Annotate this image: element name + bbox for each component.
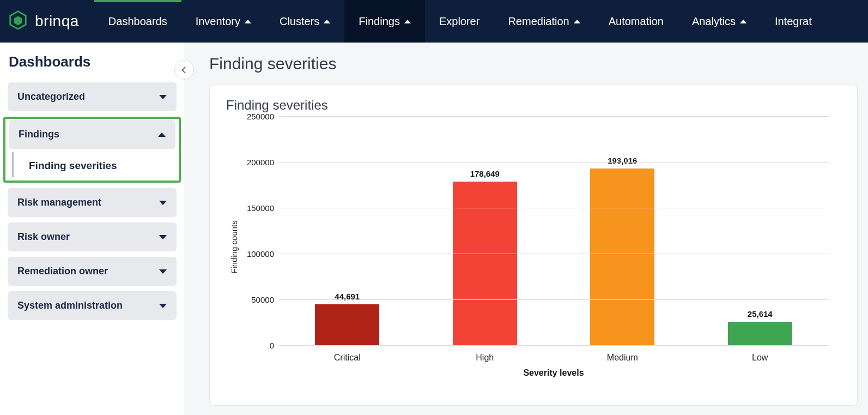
chevron-up-icon <box>404 20 411 23</box>
svg-marker-1 <box>14 16 22 25</box>
sidebar: Dashboards UncategorizedFindingsFinding … <box>0 43 184 415</box>
main-content: Finding severities Finding severities Fi… <box>184 43 868 415</box>
chart-card: Finding severities Finding counts 44,691… <box>209 84 858 406</box>
chart-gridline <box>278 162 829 163</box>
top-nav: brinqa DashboardsInventoryClustersFindin… <box>0 0 868 43</box>
nav-item-automation[interactable]: Automation <box>594 0 678 43</box>
chevron-down-icon <box>159 304 167 308</box>
page-title: Finding severities <box>209 55 868 73</box>
y-tick-label: 200000 <box>236 158 274 167</box>
x-tick-label: Low <box>691 353 829 363</box>
sidebar-group-system-administration[interactable]: System administration <box>8 291 177 320</box>
nav-item-integrat[interactable]: Integrat <box>761 0 826 43</box>
chevron-down-icon <box>159 201 167 205</box>
bar <box>728 322 792 345</box>
sidebar-group-label: Remediation owner <box>17 266 108 277</box>
chevron-up-icon <box>740 20 746 23</box>
chevron-down-icon <box>159 269 167 274</box>
x-tick-label: Critical <box>278 353 416 363</box>
y-tick-label: 150000 <box>236 203 274 213</box>
chevron-up-icon <box>245 20 251 23</box>
sidebar-highlight-frame: FindingsFinding severities <box>3 117 181 183</box>
nav-item-findings[interactable]: Findings <box>344 0 425 43</box>
chart-gridline <box>278 116 829 117</box>
brand-logo[interactable]: brinqa <box>0 10 94 33</box>
sidebar-group-label: Findings <box>19 129 59 140</box>
sidebar-group-remediation-owner[interactable]: Remediation owner <box>8 257 177 286</box>
nav-item-label: Explorer <box>439 15 479 28</box>
nav-item-clusters[interactable]: Clusters <box>265 0 344 43</box>
bar-value-label: 193,016 <box>608 156 637 165</box>
bar <box>315 304 379 345</box>
chevron-down-icon <box>159 235 167 239</box>
brand-name: brinqa <box>35 13 79 30</box>
nav-item-dashboards[interactable]: Dashboards <box>94 0 181 43</box>
bar <box>453 182 517 345</box>
y-tick-label: 100000 <box>236 249 274 258</box>
chart-bar-high[interactable]: 178,649 <box>416 116 554 345</box>
chevron-up-icon <box>158 133 166 137</box>
nav-item-analytics[interactable]: Analytics <box>678 0 761 43</box>
x-tick-label: High <box>416 353 554 363</box>
nav-item-label: Clusters <box>280 15 319 28</box>
nav-item-label: Dashboards <box>108 15 167 28</box>
chevron-left-icon <box>181 67 189 74</box>
hexagon-icon <box>8 10 28 33</box>
sidebar-title: Dashboards <box>8 53 177 70</box>
chart-gridline <box>278 208 829 208</box>
bar-value-label: 178,649 <box>470 169 500 178</box>
chart-gridline <box>278 254 829 254</box>
chart-plot-area: 44,691178,649193,01625,614 0500001000001… <box>278 116 829 345</box>
y-tick-label: 0 <box>236 341 274 350</box>
y-axis-label: Finding counts <box>229 220 239 274</box>
chart-gridline <box>278 299 829 300</box>
chart: Finding counts 44,691178,649193,01625,61… <box>237 116 842 378</box>
sidebar-group-findings[interactable]: Findings <box>9 120 175 149</box>
nav-item-label: Integrat <box>775 15 812 28</box>
nav-item-label: Findings <box>359 15 400 28</box>
nav-item-explorer[interactable]: Explorer <box>425 0 494 43</box>
chevron-down-icon <box>159 95 167 99</box>
x-axis-label: Severity levels <box>278 368 829 378</box>
sidebar-group-label: Uncategorized <box>17 91 85 103</box>
chevron-up-icon <box>324 20 330 23</box>
sidebar-group-label: System administration <box>17 300 123 311</box>
nav-item-inventory[interactable]: Inventory <box>181 0 265 43</box>
chart-bar-critical[interactable]: 44,691 <box>278 116 416 345</box>
collapse-sidebar-button[interactable] <box>174 60 194 80</box>
bar-value-label: 25,614 <box>748 309 773 318</box>
sidebar-item-finding-severities[interactable]: Finding severities <box>12 152 178 177</box>
chart-bar-low[interactable]: 25,614 <box>691 116 829 345</box>
sidebar-group-risk-owner[interactable]: Risk owner <box>8 222 177 251</box>
chevron-up-icon <box>574 20 580 23</box>
sidebar-group-risk-management[interactable]: Risk management <box>8 188 177 217</box>
sidebar-group-label: Risk owner <box>17 231 70 243</box>
chart-bar-medium[interactable]: 193,016 <box>554 116 691 345</box>
y-tick-label: 250000 <box>236 112 274 121</box>
chart-gridline <box>278 345 829 346</box>
bar <box>590 169 654 345</box>
x-tick-label: Medium <box>554 353 691 363</box>
chart-title: Finding severities <box>226 98 842 113</box>
nav-item-remediation[interactable]: Remediation <box>494 0 594 43</box>
y-tick-label: 50000 <box>236 295 274 304</box>
nav-item-label: Analytics <box>692 15 736 28</box>
nav-item-label: Remediation <box>508 15 569 28</box>
nav-item-label: Inventory <box>196 15 240 28</box>
sidebar-group-uncategorized[interactable]: Uncategorized <box>8 82 177 111</box>
sidebar-group-label: Risk management <box>17 197 101 208</box>
nav-item-label: Automation <box>609 15 664 28</box>
